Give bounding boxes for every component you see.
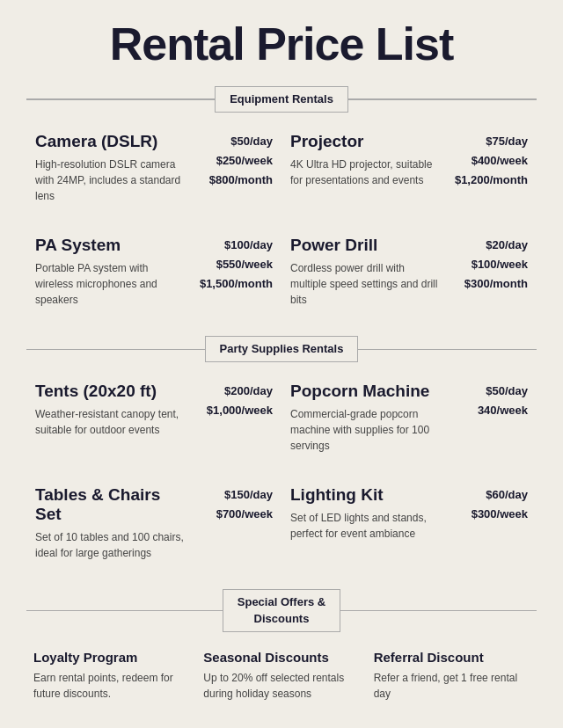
divider-line-left (26, 349, 205, 351)
item-text: Lighting Kit Set of LED lights and stand… (290, 485, 440, 549)
item-text: Projector 4K Ultra HD projector, suitabl… (290, 132, 440, 195)
special-section-divider: Special Offers & Discounts (26, 589, 537, 631)
party-items-grid: Tents (20x20 ft) Weather-resistant canop… (26, 373, 537, 584)
special-desc: Earn rental points, redeem for future di… (33, 670, 189, 702)
item-price: $800/month (194, 171, 273, 190)
special-title: Loyalty Program (33, 650, 189, 665)
page: Rental Price List Equipment Rentals Came… (0, 0, 563, 728)
list-item: Projector 4K Ultra HD projector, suitabl… (282, 123, 537, 227)
item-prices: $50/day 340/week (449, 382, 528, 420)
list-item: PA System Portable PA system with wirele… (26, 227, 282, 331)
list-item: Tents (20x20 ft) Weather-resistant canop… (26, 373, 282, 477)
item-price: $300/month (449, 274, 528, 294)
list-item: Loyalty Program Earn rental points, rede… (26, 643, 196, 710)
item-inner: Projector 4K Ultra HD projector, suitabl… (290, 132, 528, 195)
special-title: Seasonal Discounts (203, 650, 359, 665)
item-inner: PA System Portable PA system with wirele… (35, 236, 273, 315)
item-prices: $100/day $550/week $1,500/month (194, 236, 273, 294)
item-text: PA System Portable PA system with wirele… (35, 236, 185, 315)
item-price: 340/week (449, 401, 528, 420)
item-price: $1,000/week (194, 401, 273, 420)
item-price: $50/day (194, 132, 273, 151)
special-section-label: Special Offers & Discounts (223, 589, 340, 631)
item-price: $50/day (449, 382, 528, 401)
item-text: Tables & Chairs Set Set of 10 tables and… (35, 485, 185, 568)
item-desc: Weather-resistant canopy tent, suitable … (35, 406, 185, 438)
item-prices: $50/day $250/week $800/month (194, 132, 273, 190)
item-prices: $60/day $300/week (449, 485, 528, 524)
item-text: Tents (20x20 ft) Weather-resistant canop… (35, 382, 185, 445)
item-price: $1,500/month (194, 274, 273, 294)
item-name: Tents (20x20 ft) (35, 382, 185, 401)
item-prices: $150/day $700/week (194, 485, 273, 524)
equipment-section-divider: Equipment Rentals (26, 86, 537, 113)
item-prices: $75/day $400/week $1,200/month (449, 132, 528, 190)
divider-line-left (26, 98, 215, 100)
item-price: $400/week (449, 151, 528, 171)
item-text: Popcorn Machine Commercial-grade popcorn… (290, 382, 440, 461)
item-price: $700/week (194, 505, 273, 524)
item-name: Projector (290, 132, 440, 151)
item-price: $300/week (449, 505, 528, 524)
special-desc: Refer a friend, get 1 free rental day (374, 670, 530, 702)
item-desc: Set of 10 tables and 100 chairs, ideal f… (35, 529, 185, 561)
item-name: Power Drill (290, 236, 440, 255)
item-desc: High-resolution DSLR camera with 24MP, i… (35, 157, 185, 204)
party-section-label: Party Supplies Rentals (205, 336, 359, 362)
special-title: Referral Discount (374, 650, 530, 665)
special-offers-grid: Loyalty Program Earn rental points, rede… (26, 643, 537, 710)
divider-line-right (348, 98, 537, 100)
item-name: Lighting Kit (290, 485, 440, 505)
list-item: Lighting Kit Set of LED lights and stand… (282, 477, 537, 584)
item-price: $100/week (449, 255, 528, 274)
list-item: Power Drill Cordless power drill with mu… (282, 227, 537, 331)
equipment-section-label: Equipment Rentals (215, 86, 348, 113)
divider-line-left (26, 610, 223, 612)
item-inner: Popcorn Machine Commercial-grade popcorn… (290, 382, 528, 461)
list-item: Camera (DSLR) High-resolution DSLR camer… (26, 123, 282, 227)
item-price: $100/day (194, 236, 273, 255)
list-item: Tables & Chairs Set Set of 10 tables and… (26, 477, 282, 584)
item-inner: Power Drill Cordless power drill with mu… (290, 236, 528, 315)
item-price: $1,200/month (449, 171, 528, 190)
item-inner: Tents (20x20 ft) Weather-resistant canop… (35, 382, 273, 445)
special-desc: Up to 20% off selected rentals during ho… (203, 670, 359, 702)
divider-line-right (358, 349, 537, 351)
item-desc: Portable PA system with wireless microph… (35, 260, 185, 308)
page-title: Rental Price List (26, 18, 537, 70)
item-desc: Set of LED lights and stands, perfect fo… (290, 510, 440, 542)
item-price: $75/day (449, 132, 528, 151)
list-item: Referral Discount Refer a friend, get 1 … (367, 643, 537, 710)
item-name: Tables & Chairs Set (35, 485, 185, 524)
item-desc: Cordless power drill with multiple speed… (290, 260, 440, 308)
item-desc: Commercial-grade popcorn machine with su… (290, 406, 440, 454)
item-inner: Tables & Chairs Set Set of 10 tables and… (35, 485, 273, 568)
item-price: $150/day (194, 485, 273, 505)
item-price: $250/week (194, 151, 273, 171)
item-price: $550/week (194, 255, 273, 274)
equipment-items-grid: Camera (DSLR) High-resolution DSLR camer… (26, 123, 537, 331)
list-item: Seasonal Discounts Up to 20% off selecte… (196, 643, 366, 710)
item-desc: 4K Ultra HD projector, suitable for pres… (290, 157, 440, 188)
item-text: Power Drill Cordless power drill with mu… (290, 236, 440, 315)
item-name: PA System (35, 236, 185, 255)
item-prices: $20/day $100/week $300/month (449, 236, 528, 294)
item-price: $200/day (194, 382, 273, 401)
item-name: Popcorn Machine (290, 382, 440, 401)
item-text: Camera (DSLR) High-resolution DSLR camer… (35, 132, 185, 211)
list-item: Popcorn Machine Commercial-grade popcorn… (282, 373, 537, 477)
item-price: $20/day (449, 236, 528, 255)
party-section-divider: Party Supplies Rentals (26, 336, 537, 362)
item-name: Camera (DSLR) (35, 132, 185, 151)
item-price: $60/day (449, 485, 528, 505)
item-inner: Camera (DSLR) High-resolution DSLR camer… (35, 132, 273, 211)
divider-line-right (340, 610, 537, 612)
item-prices: $200/day $1,000/week (194, 382, 273, 420)
item-inner: Lighting Kit Set of LED lights and stand… (290, 485, 528, 549)
